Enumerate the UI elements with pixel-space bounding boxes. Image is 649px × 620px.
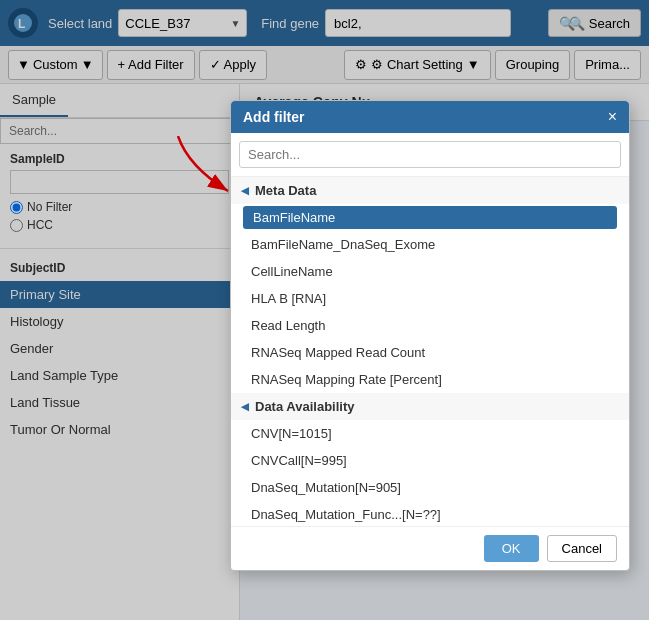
modal-header: Add filter × — [231, 101, 629, 133]
modal-footer: OK Cancel — [231, 526, 629, 570]
close-icon: × — [608, 108, 617, 125]
section-label: Meta Data — [255, 183, 316, 198]
section-header-data-availability[interactable]: ◀Data Availability — [231, 393, 629, 420]
filter-item-cnvcall-n-995-[interactable]: CNVCall[N=995] — [231, 447, 629, 474]
ok-button[interactable]: OK — [484, 535, 539, 562]
modal-close-button[interactable]: × — [608, 109, 617, 125]
modal-overlay[interactable]: Add filter × ◀Meta DataBamFileNameBamFil… — [0, 0, 649, 620]
cancel-button[interactable]: Cancel — [547, 535, 617, 562]
filter-item-cnv-n-1015-[interactable]: CNV[N=1015] — [231, 420, 629, 447]
filter-item-celllinename[interactable]: CellLineName — [231, 258, 629, 285]
modal-title: Add filter — [243, 109, 304, 125]
ok-label: OK — [502, 541, 521, 556]
filter-item-dnaseq-mutation-func...-n-??-[interactable]: DnaSeq_Mutation_Func...[N=??] — [231, 501, 629, 526]
filter-item-rnaseq-mapping-rate--percent-[interactable]: RNASeq Mapping Rate [Percent] — [231, 366, 629, 393]
filter-item-bamfilename-dnaseq-exome[interactable]: BamFileName_DnaSeq_Exome — [231, 231, 629, 258]
modal-search-input[interactable] — [239, 141, 621, 168]
filter-item-hla-b--rna-[interactable]: HLA B [RNA] — [231, 285, 629, 312]
section-arrow: ◀ — [241, 185, 249, 196]
section-header-meta-data[interactable]: ◀Meta Data — [231, 177, 629, 204]
modal-body: ◀Meta DataBamFileNameBamFileName_DnaSeq_… — [231, 176, 629, 526]
section-label: Data Availability — [255, 399, 354, 414]
filter-item-bamfilename[interactable]: BamFileName — [243, 206, 617, 229]
filter-item-dnaseq-mutation-n-905-[interactable]: DnaSeq_Mutation[N=905] — [231, 474, 629, 501]
filter-item-rnaseq-mapped-read-count[interactable]: RNASeq Mapped Read Count — [231, 339, 629, 366]
cancel-label: Cancel — [562, 541, 602, 556]
section-arrow: ◀ — [241, 401, 249, 412]
add-filter-modal: Add filter × ◀Meta DataBamFileNameBamFil… — [230, 100, 630, 571]
filter-item-read-length[interactable]: Read Length — [231, 312, 629, 339]
